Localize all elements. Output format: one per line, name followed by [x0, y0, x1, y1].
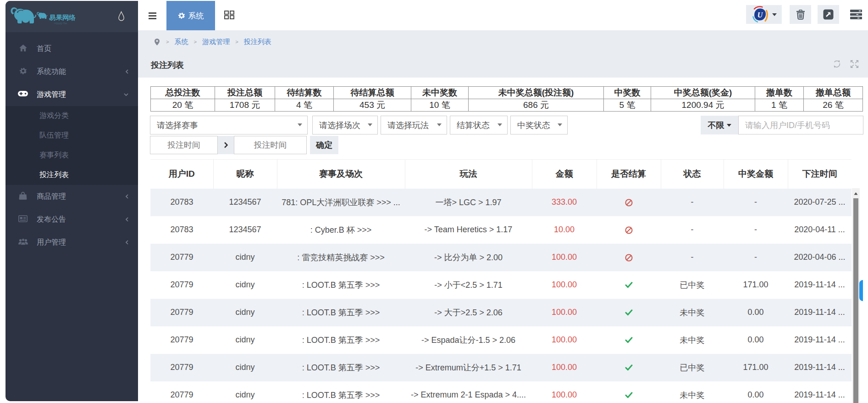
svg-text:易果网络: 易果网络 [49, 14, 76, 21]
svg-text:·YGUO·TH·: ·YGUO·TH· [53, 22, 68, 25]
svg-text:U: U [757, 11, 763, 18]
